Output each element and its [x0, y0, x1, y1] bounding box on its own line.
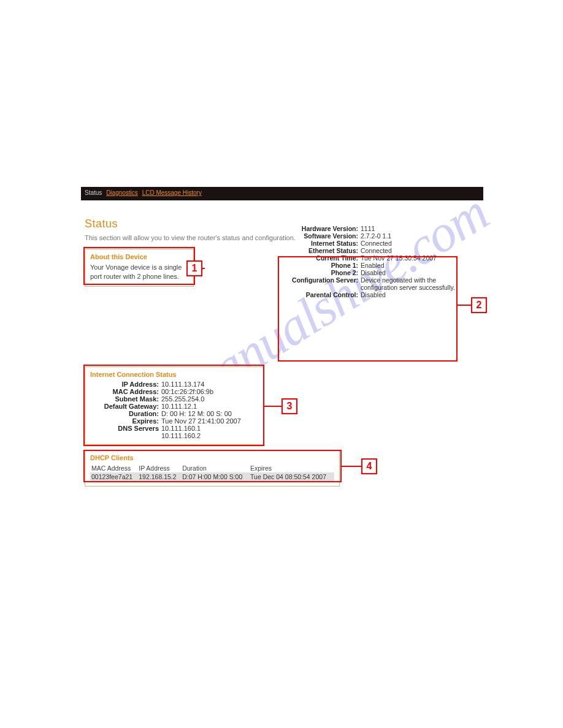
nav-diagnostics[interactable]: Diagnostics — [106, 189, 138, 196]
col-duration: Duration — [181, 464, 249, 472]
callout-number-4: 4 — [361, 458, 377, 474]
dhcp-table: MAC Address IP Address Duration Expires … — [90, 464, 334, 481]
callout-number-1: 1 — [186, 260, 202, 276]
dhcp-expires: Tue Dec 04 08:50:54 2007 — [249, 472, 334, 481]
dhcp-clients-panel: DHCP Clients MAC Address IP Address Dura… — [85, 450, 340, 487]
parental-control-value: Disabled — [361, 291, 455, 298]
expires-value: Tue Nov 27 21:41:00 2007 — [161, 417, 258, 425]
gateway-value: 10.111.12.1 — [161, 403, 258, 410]
phone1-value: Enabled — [361, 262, 455, 269]
ics-heading: Internet Connection Status — [90, 371, 258, 378]
dhcp-duration: D:07 H:00 M:00 S:00 — [181, 472, 249, 481]
nav-lcd-history[interactable]: LCD Message History — [142, 189, 202, 196]
mac-label: MAC Address: — [90, 388, 161, 395]
dhcp-ip: 192.168.15.2 — [137, 472, 181, 481]
dhcp-mac: 00123fee7a21 — [90, 472, 137, 481]
ip-value: 10.111.13.174 — [161, 381, 258, 388]
mac-value: 00:1c:26:2f:06:9b — [161, 388, 258, 395]
col-mac: MAC Address — [90, 464, 137, 472]
phone2-label: Phone 2: — [281, 269, 361, 276]
phone1-label: Phone 1: — [281, 262, 361, 269]
subnet-label: Subnet Mask: — [90, 395, 161, 403]
ip-label: IP Address: — [90, 381, 161, 388]
current-time-value: Tue Nov 27 15:30:54 2007 — [361, 254, 455, 262]
subnet-value: 255.255.254.0 — [161, 395, 258, 403]
dns-value-2: 10.111.160.2 — [161, 432, 258, 439]
software-version-value: 2.7.2-0 1.1 — [361, 232, 455, 240]
internet-status-label: Internet Status: — [281, 240, 361, 247]
current-time-label: Current Time: — [281, 254, 361, 262]
connector-2 — [458, 305, 471, 306]
internet-connection-panel: Internet Connection Status IP Address:10… — [85, 366, 264, 445]
gateway-label: Default Gateway: — [90, 403, 161, 410]
phone2-value: Disabled — [361, 269, 455, 276]
top-nav-bar: Status Diagnostics LCD Message History — [81, 187, 483, 200]
internet-status-value: Connected — [361, 240, 455, 247]
ethernet-status-label: Ethernet Status: — [281, 247, 361, 254]
config-server-value: Device negotiated with the configuration… — [361, 276, 455, 291]
ethernet-status-value: Connected — [361, 247, 455, 254]
duration-value: D: 00 H: 12 M: 00 S: 00 — [161, 410, 258, 417]
device-info-list: Hardware Version:1111 Software Version:2… — [281, 225, 455, 298]
dhcp-row: 00123fee7a21 192.168.15.2 D:07 H:00 M:00… — [90, 472, 334, 481]
connector-3 — [264, 406, 282, 407]
callout-number-2: 2 — [471, 297, 487, 313]
config-server-label: Configuration Server: — [281, 276, 361, 291]
about-heading: About this Device — [90, 253, 188, 260]
dhcp-heading: DHCP Clients — [90, 454, 334, 461]
hardware-version-label: Hardware Version: — [281, 225, 361, 232]
about-device-panel: About this Device Your Vonage device is … — [85, 249, 194, 287]
callout-number-3: 3 — [282, 398, 297, 414]
dhcp-header-row: MAC Address IP Address Duration Expires — [90, 464, 334, 472]
connector-4 — [342, 466, 361, 467]
content-area: Status This section will allow you to vi… — [85, 218, 483, 487]
col-ip: IP Address — [137, 464, 181, 472]
col-expires: Expires — [249, 464, 334, 472]
nav-status[interactable]: Status — [85, 189, 102, 196]
about-text: Your Vonage device is a single port rout… — [90, 263, 188, 281]
software-version-label: Software Version: — [281, 232, 361, 240]
duration-label: Duration: — [90, 410, 161, 417]
dns-value-1: 10.111.160.1 — [161, 425, 258, 432]
parental-control-label: Parental Control: — [281, 291, 361, 298]
hardware-version-value: 1111 — [361, 225, 455, 232]
dns-label: DNS Servers — [90, 425, 161, 432]
expires-label: Expires: — [90, 417, 161, 425]
